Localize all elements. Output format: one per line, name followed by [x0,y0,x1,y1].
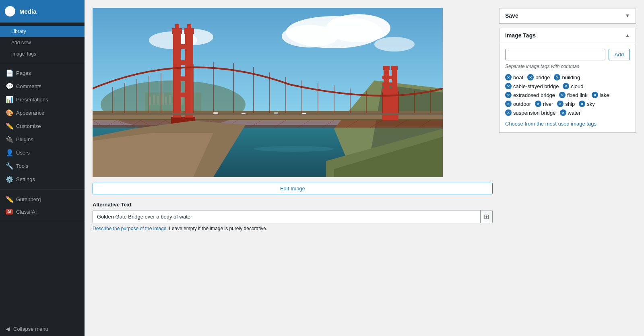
sidebar-item-pages[interactable]: 📄 Pages [0,66,85,80]
choose-tags-link[interactable]: Choose from the most used image tags [505,121,630,127]
tag-item: bridge [527,74,550,80]
tag-label: ship [565,101,575,107]
library-label: Library [11,29,26,34]
tag-label: sky [587,101,595,107]
sidebar-item-image-tags[interactable]: Image Tags [0,48,85,60]
tag-remove-button[interactable] [563,83,569,89]
svg-rect-16 [161,93,164,105]
tag-remove-button[interactable] [535,101,541,107]
edit-image-button[interactable]: Edit Image [93,183,493,194]
alt-text-input[interactable] [93,210,480,223]
svg-marker-88 [93,133,213,177]
svg-rect-17 [165,97,167,105]
svg-rect-34 [173,76,193,81]
save-panel-header[interactable]: Save ▼ [500,8,636,23]
image-tags-panel: Image Tags ▲ Add Separate image tags wit… [499,28,636,133]
tag-label: cable-stayed bridge [513,83,559,89]
tag-remove-button[interactable] [505,92,512,98]
bridge-image [93,8,443,177]
add-tag-button[interactable]: Add [609,49,630,60]
alt-text-input-wrap: ⊞ [93,210,493,223]
classifai-label: ClassifAI [16,209,37,215]
plugins-label: Plugins [16,136,33,142]
tag-remove-button[interactable] [505,74,512,80]
tags-hint: Separate image tags with commas [505,64,630,69]
tag-item: outdoor [505,101,531,107]
appearance-label: Appearance [16,110,44,116]
comments-icon: 💬 [6,82,13,90]
main-content: Edit Image Alternative Text ⊞ Describe t… [85,0,644,336]
alt-text-hint-link[interactable]: Describe the purpose of the image [93,226,166,231]
svg-rect-95 [302,113,306,114]
tag-label: outdoor [513,101,531,107]
image-container [93,8,443,177]
tag-remove-button[interactable] [560,109,566,116]
svg-rect-32 [173,44,193,49]
sidebar-item-add-new[interactable]: Add New [0,37,85,48]
tag-item: water [560,109,581,116]
save-label: Save [505,12,518,19]
tag-label: lake [600,92,609,98]
tag-remove-button[interactable] [592,92,598,98]
svg-point-6 [374,37,415,52]
svg-rect-91 [93,113,443,115]
tag-remove-button[interactable] [579,101,585,107]
sidebar-item-plugins[interactable]: 🔌 Plugins [0,133,85,146]
tag-remove-button[interactable] [505,83,512,89]
svg-rect-18 [169,95,171,105]
tag-remove-button[interactable] [505,109,512,116]
sidebar-item-comments[interactable]: 💬 Comments [0,80,85,93]
tag-label: river [543,101,553,107]
sidebar-item-users[interactable]: 👤 Users [0,146,85,159]
sidebar-item-gutenberg[interactable]: ✏️ Gutenberg [0,193,85,206]
save-panel: Save ▼ [499,8,636,24]
sidebar-item-classifai[interactable]: AI ClassifAI [0,206,85,218]
app-title: Media [19,8,37,15]
tag-remove-button[interactable] [559,92,566,98]
svg-rect-15 [157,96,159,105]
wp-logo: W [5,6,15,16]
tag-remove-button[interactable] [557,101,564,107]
sidebar-item-customize[interactable]: ✏️ Customize [0,120,85,133]
image-tags-panel-body: Add Separate image tags with commas boat… [500,43,636,132]
sidebar-item-tools[interactable]: 🔧 Tools [0,159,85,173]
svg-point-9 [254,146,334,152]
content-wrap: Edit Image Alternative Text ⊞ Describe t… [93,8,636,328]
sidebar-header[interactable]: W Media [0,0,85,23]
tag-label: water [568,110,581,116]
svg-rect-43 [382,76,397,79]
users-icon: 👤 [6,149,13,157]
tag-remove-button[interactable] [554,74,560,80]
plugins-icon: 🔌 [6,136,13,143]
image-tags-panel-label: Image Tags [505,32,536,39]
svg-rect-44 [382,82,397,86]
gutenberg-label: Gutenberg [16,196,41,202]
center-column: Edit Image Alternative Text ⊞ Describe t… [93,8,493,328]
sidebar-item-settings[interactable]: ⚙️ Settings [0,173,85,186]
image-tags-chevron-icon: ▲ [625,33,630,38]
tags-input-row: Add [505,49,630,60]
gutenberg-icon: ✏️ [6,196,13,203]
tag-label: extradosed bridge [513,92,555,98]
presentations-icon: 📊 [6,96,13,103]
presentations-label: Presentations [16,97,48,103]
image-tags-panel-header[interactable]: Image Tags ▲ [500,28,636,43]
tag-remove-button[interactable] [527,74,534,80]
tags-input[interactable] [505,49,605,60]
collapse-menu[interactable]: ◀ Collapse menu [0,322,85,336]
tag-label: boat [513,74,523,80]
svg-rect-92 [213,112,218,114]
svg-rect-40 [382,89,398,121]
sidebar-item-appearance[interactable]: 🎨 Appearance [0,106,85,120]
tag-remove-button[interactable] [505,101,512,107]
svg-rect-68 [93,120,443,128]
image-tags-label: Image Tags [11,51,36,57]
alt-text-button[interactable]: ⊞ [480,210,492,223]
tools-label: Tools [16,163,28,169]
sidebar-item-library[interactable]: Library [0,26,85,37]
tag-item: fixed link [559,92,588,98]
pages-icon: 📄 [6,69,13,77]
tag-item: sky [579,101,595,107]
svg-rect-39 [187,24,191,30]
sidebar-item-presentations[interactable]: 📊 Presentations [0,93,85,106]
